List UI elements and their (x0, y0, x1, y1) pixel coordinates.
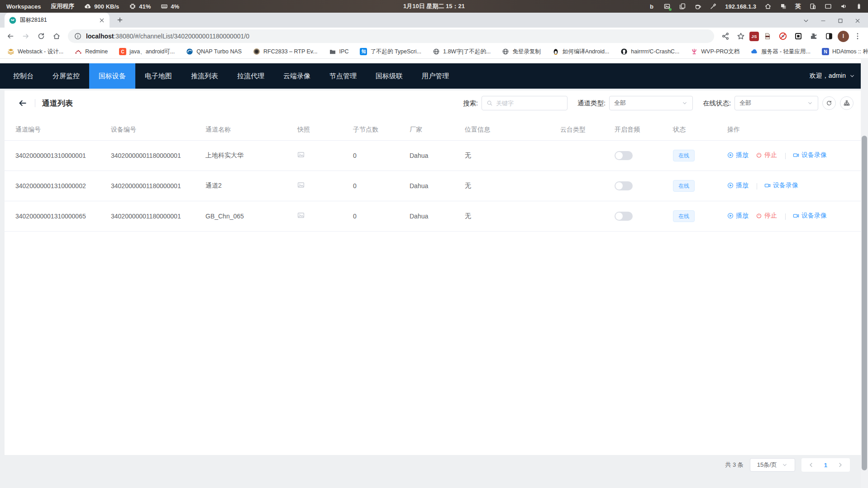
clock[interactable]: 1月10日 星期二 15：21 (403, 2, 465, 10)
bookmark-11[interactable]: hairrrrr/C-CrashC... (620, 48, 679, 55)
back-button[interactable] (6, 32, 14, 40)
channel-type-value: 全部 (614, 99, 626, 107)
share-icon[interactable] (721, 32, 730, 40)
search-field[interactable] (482, 96, 568, 110)
darkmode-extension-icon[interactable] (825, 32, 833, 40)
stop-action[interactable]: 停止 (756, 212, 777, 220)
extensions-icon[interactable] (810, 32, 818, 40)
browser-home-button[interactable] (52, 32, 61, 40)
stop-action[interactable]: 停止 (756, 151, 777, 159)
address-bar[interactable]: localhost:38080/#/channelList/3402000000… (68, 29, 714, 43)
screenshot-extension-icon[interactable] (794, 32, 802, 40)
bookmark-2[interactable]: Redmine (75, 48, 108, 55)
user-menu[interactable]: 欢迎，admin (810, 72, 868, 80)
js-extension-icon[interactable]: JS (749, 32, 759, 41)
snapshot-thumbnail[interactable] (297, 151, 305, 158)
nav-item-5[interactable]: 推流列表 (181, 63, 228, 89)
browser-menu-icon[interactable] (854, 32, 862, 40)
privacy-extension-icon[interactable] (763, 32, 772, 40)
phone-link-icon[interactable] (809, 3, 816, 10)
column-header-6: 厂家 (399, 119, 454, 140)
page-size-select[interactable]: 15条/页 (750, 458, 795, 472)
window-maximize-button[interactable] (837, 18, 844, 24)
bookmark-9[interactable]: 免登录复制 (502, 48, 541, 56)
tab-title: 国标28181 (20, 16, 95, 24)
online-status-select[interactable]: 全部 (734, 96, 818, 110)
caffeine-icon[interactable] (694, 3, 701, 10)
phone-link-icon-glyph (809, 3, 816, 10)
bookmark-1[interactable]: Webstack - 设计... (7, 48, 63, 56)
display-settings-icon[interactable] (825, 3, 832, 10)
nav-item-7[interactable]: 云端录像 (274, 63, 320, 89)
bing-tray-icon[interactable]: b (648, 3, 655, 10)
current-page[interactable]: 1 (824, 462, 827, 469)
play-action[interactable]: 播放 (727, 181, 749, 190)
applications-menu[interactable]: 应用程序 (51, 2, 74, 10)
window-minimize-button[interactable] (820, 18, 826, 24)
audio-toggle[interactable] (615, 181, 633, 190)
nav-item-4[interactable]: 电子地图 (135, 63, 181, 89)
bookmark-12[interactable]: WVP-PRO文档 (691, 48, 739, 56)
bookmark-5[interactable]: RFC2833 – RTP Ev... (253, 48, 318, 55)
tree-view-button[interactable] (840, 96, 854, 110)
prev-page-button[interactable] (808, 462, 814, 468)
bookmark-10[interactable]: 如何编译Android... (552, 48, 610, 56)
nav-item-9[interactable]: 国标级联 (366, 63, 412, 89)
bookmark-4[interactable]: QNAP Turbo NAS (186, 48, 242, 55)
nav-item-8[interactable]: 节点管理 (320, 63, 366, 89)
ip-address-indicator[interactable]: 192.168.1.3 (725, 3, 756, 10)
nav-item-2[interactable]: 分屏监控 (43, 63, 89, 89)
play-action[interactable]: 播放 (727, 151, 749, 159)
record-action[interactable]: 设备录像 (793, 212, 827, 220)
tab-close-button[interactable] (99, 17, 105, 24)
volume-icon[interactable] (840, 3, 847, 10)
battery-icon[interactable] (855, 3, 863, 10)
workspace-switcher-icon-glyph (780, 3, 787, 10)
bookmark-14[interactable]: NHDAtmos :: 种子 *... (822, 48, 868, 56)
bookmark-star-icon[interactable] (737, 32, 745, 40)
workspace-switcher-icon[interactable] (780, 3, 787, 10)
snapshot-thumbnail[interactable] (297, 212, 305, 219)
browser-tab[interactable]: 国标28181 (5, 13, 110, 28)
bookmark-7[interactable]: 知了不起的 TypeScri... (360, 48, 421, 56)
bookmark-3[interactable]: Cjava、android可... (119, 48, 175, 56)
adblock-extension-icon[interactable] (779, 32, 787, 40)
bookmark-6[interactable]: IPC (329, 48, 349, 55)
globe-favicon (433, 48, 440, 55)
nav-item-3[interactable]: 国标设备 (89, 63, 135, 89)
refresh-button[interactable] (822, 96, 836, 110)
nav-item-6[interactable]: 拉流代理 (228, 63, 274, 89)
forward-button[interactable] (22, 32, 30, 40)
profile-avatar[interactable]: I (838, 31, 849, 42)
audio-toggle[interactable] (615, 151, 633, 160)
record-action[interactable]: 设备录像 (793, 151, 827, 159)
page-scrollbar-thumb[interactable] (862, 136, 867, 470)
play-action[interactable]: 播放 (727, 212, 749, 220)
bookmark-8[interactable]: 1.8W字|了不起的... (433, 48, 491, 56)
system-tray: b192.168.1.3英 (648, 2, 868, 10)
channel-type-select[interactable]: 全部 (609, 96, 693, 110)
new-tab-button[interactable] (114, 14, 126, 26)
search-input[interactable] (496, 100, 563, 107)
nav-item-1[interactable]: 控制台 (4, 63, 43, 89)
page-back-button[interactable] (18, 99, 27, 108)
audio-toggle[interactable] (615, 212, 633, 221)
memory-usage: 4% (161, 3, 179, 10)
workspaces-button[interactable]: Workspaces (6, 3, 41, 10)
bookmark-13[interactable]: 服务器 - 轻量应用... (751, 48, 811, 56)
input-method-indicator[interactable]: 英 (795, 2, 801, 10)
tab-search-button[interactable] (803, 18, 809, 24)
window-close-button[interactable] (854, 18, 861, 24)
snapshot-thumbnail[interactable] (297, 181, 305, 189)
screenshot-app-icon[interactable] (663, 3, 671, 10)
reload-button[interactable] (37, 32, 45, 40)
clipboard-manager-icon[interactable] (679, 3, 686, 10)
nav-item-10[interactable]: 用户管理 (412, 63, 458, 89)
record-action[interactable]: 设备录像 (764, 181, 798, 190)
site-info-icon[interactable] (74, 33, 81, 40)
color-picker-icon[interactable] (710, 3, 717, 10)
column-header-1: 通道编号 (5, 119, 100, 140)
next-page-button[interactable] (837, 462, 844, 468)
home-tray-icon[interactable] (764, 3, 772, 10)
bookmark-label: QNAP Turbo NAS (196, 48, 242, 55)
